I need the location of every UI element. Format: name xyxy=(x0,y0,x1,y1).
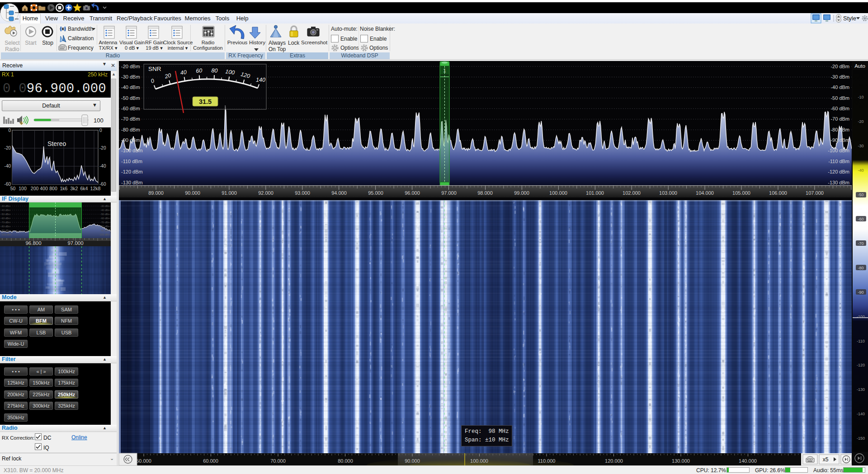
svg-text:-120 dBm: -120 dBm xyxy=(828,169,849,174)
svg-text:90.000: 90.000 xyxy=(185,190,200,196)
svg-text:-30 dBm: -30 dBm xyxy=(1,205,10,207)
svg-text:89.000: 89.000 xyxy=(148,190,164,196)
svg-text:SNR: SNR xyxy=(148,66,161,72)
svg-text:-40: -40 xyxy=(858,168,863,173)
svg-text:3k2: 3k2 xyxy=(71,186,78,191)
svg-text:0: 0 xyxy=(8,128,11,133)
svg-text:140: 140 xyxy=(256,77,265,83)
svg-text:-100: -100 xyxy=(857,314,865,319)
svg-text:-40 dBm: -40 dBm xyxy=(830,84,849,90)
svg-text:107.000: 107.000 xyxy=(806,190,824,196)
svg-text:-80 dBm: -80 dBm xyxy=(1,225,10,228)
svg-text:-20 dBm: -20 dBm xyxy=(121,64,140,69)
svg-text:-40: -40 xyxy=(99,164,106,169)
svg-text:106.000: 106.000 xyxy=(769,190,787,196)
svg-text:-60 dBm: -60 dBm xyxy=(100,217,110,220)
svg-text:-50: -50 xyxy=(858,192,863,197)
svg-text:-90: -90 xyxy=(858,290,863,295)
svg-text:-110 dBm: -110 dBm xyxy=(828,159,849,164)
svg-text:97.000: 97.000 xyxy=(441,190,457,196)
svg-text:99.000: 99.000 xyxy=(514,190,529,196)
svg-text:-60: -60 xyxy=(858,217,863,221)
svg-text:-30 dBm: -30 dBm xyxy=(121,74,140,80)
svg-text:94.000: 94.000 xyxy=(331,190,347,196)
svg-text:120.000: 120.000 xyxy=(605,458,623,464)
svg-text:98.000: 98.000 xyxy=(477,190,493,196)
svg-text:-100 dBm: -100 dBm xyxy=(1,233,12,236)
svg-text:-30 dBm: -30 dBm xyxy=(100,205,110,207)
svg-text:-90 dBm: -90 dBm xyxy=(100,229,110,232)
svg-text:-40 dBm: -40 dBm xyxy=(1,209,10,211)
svg-text:92.000: 92.000 xyxy=(258,190,274,196)
svg-text:-100 dBm: -100 dBm xyxy=(121,148,143,153)
svg-text:-80 dBm: -80 dBm xyxy=(100,225,110,228)
svg-text:-20: -20 xyxy=(5,145,11,150)
svg-text:100.000: 100.000 xyxy=(470,458,488,464)
svg-text:Auto: Auto xyxy=(854,63,865,69)
svg-text:103.000: 103.000 xyxy=(659,190,677,196)
svg-text:-10: -10 xyxy=(858,95,863,99)
svg-text:96.000: 96.000 xyxy=(405,190,420,196)
svg-text:90.000: 90.000 xyxy=(405,458,420,464)
svg-text:70.000: 70.000 xyxy=(270,458,286,464)
svg-text:-110: -110 xyxy=(857,339,864,343)
svg-text:60: 60 xyxy=(196,67,203,74)
svg-text:-130: -130 xyxy=(857,387,865,392)
svg-text:-30: -30 xyxy=(858,144,863,148)
svg-text:-50 dBm: -50 dBm xyxy=(121,95,140,101)
svg-text:31.5: 31.5 xyxy=(199,98,212,105)
svg-text:-130 dBm: -130 dBm xyxy=(828,180,849,185)
svg-text:96.800: 96.800 xyxy=(25,240,41,246)
svg-text:400: 400 xyxy=(40,186,48,191)
svg-text:-120 dBm: -120 dBm xyxy=(121,169,143,174)
svg-text:-40 dBm: -40 dBm xyxy=(100,209,110,211)
svg-text:-90 dBm: -90 dBm xyxy=(830,137,849,143)
svg-text:Stereo: Stereo xyxy=(47,140,66,147)
svg-text:-70 dBm: -70 dBm xyxy=(830,116,849,122)
svg-text:95.000: 95.000 xyxy=(368,190,383,196)
svg-text:-50 dBm: -50 dBm xyxy=(1,213,10,216)
svg-text:-140: -140 xyxy=(857,412,865,416)
svg-text:0: 0 xyxy=(99,128,102,133)
svg-text:-20: -20 xyxy=(858,119,863,124)
svg-text:800: 800 xyxy=(49,186,57,191)
svg-text:-130 dBm: -130 dBm xyxy=(121,180,143,185)
svg-text:-60 dBm: -60 dBm xyxy=(1,217,10,220)
svg-text:6k4: 6k4 xyxy=(80,186,88,191)
svg-text:102.000: 102.000 xyxy=(623,190,641,196)
svg-text:101.000: 101.000 xyxy=(586,190,604,196)
svg-text:-20: -20 xyxy=(99,145,106,150)
svg-text:-90 dBm: -90 dBm xyxy=(121,137,140,143)
svg-text:x5: x5 xyxy=(823,456,829,463)
svg-text:-100 dBm: -100 dBm xyxy=(828,148,849,153)
svg-text:50.000: 50.000 xyxy=(136,458,151,464)
svg-text:40: 40 xyxy=(180,69,187,76)
svg-text:-70 dBm: -70 dBm xyxy=(121,116,140,122)
svg-text:-50 dBm: -50 dBm xyxy=(830,95,849,101)
svg-text:-40 dBm: -40 dBm xyxy=(121,84,140,90)
svg-text:110.000: 110.000 xyxy=(538,458,556,464)
svg-text:-30 dBm: -30 dBm xyxy=(830,74,849,80)
svg-text:-150: -150 xyxy=(857,436,865,441)
svg-text:140.000: 140.000 xyxy=(739,458,757,464)
svg-text:80.000: 80.000 xyxy=(338,458,353,464)
svg-text:-50 dBm: -50 dBm xyxy=(100,213,110,216)
svg-text:-90 dBm: -90 dBm xyxy=(1,229,10,232)
svg-text:93.000: 93.000 xyxy=(295,190,310,196)
svg-text:-70 dBm: -70 dBm xyxy=(1,221,10,224)
svg-text:50: 50 xyxy=(10,186,16,191)
svg-text:-40: -40 xyxy=(5,164,11,169)
svg-text:12k8: 12k8 xyxy=(90,186,101,191)
svg-text:200: 200 xyxy=(31,186,39,191)
svg-text:1k6: 1k6 xyxy=(60,186,68,191)
svg-text:-60 dBm: -60 dBm xyxy=(830,106,849,111)
svg-text:100: 100 xyxy=(94,117,104,124)
svg-text:104.000: 104.000 xyxy=(696,190,714,196)
svg-text:100: 100 xyxy=(19,186,27,191)
svg-text:105.000: 105.000 xyxy=(732,190,750,196)
svg-text:91.000: 91.000 xyxy=(222,190,237,196)
svg-text:-100 dBm: -100 dBm xyxy=(99,233,110,236)
svg-text:-80 dBm: -80 dBm xyxy=(121,127,140,132)
svg-text:100.000: 100.000 xyxy=(549,190,567,196)
svg-text:-110 dBm: -110 dBm xyxy=(121,159,142,164)
